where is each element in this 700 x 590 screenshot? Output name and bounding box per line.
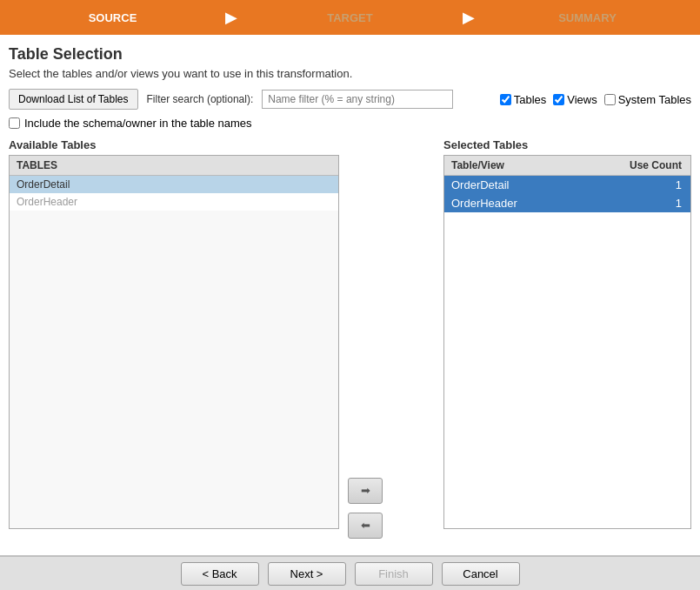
views-checkbox-text: Views [567, 93, 597, 106]
next-button[interactable]: Next > [268, 562, 346, 586]
tables-checkbox-label[interactable]: Tables [500, 93, 547, 106]
selected-tables-section: Selected Tables Table/View Use Count Ord… [443, 138, 691, 529]
step-summary: SUMMARY [475, 0, 700, 35]
arrow-1: ▶ [225, 0, 237, 35]
available-table-list: TABLES OrderDetail OrderHeader [9, 155, 339, 529]
arrow-2: ▶ [463, 0, 475, 35]
add-to-selected-button[interactable]: ➡ [348, 478, 383, 504]
page-subtitle: Select the tables and/or views you want … [9, 67, 691, 80]
system-tables-checkbox-text: System Tables [618, 93, 691, 106]
download-tables-button[interactable]: Download List of Tables [9, 89, 138, 110]
tables-checkbox[interactable] [500, 94, 511, 105]
system-tables-checkbox-label[interactable]: System Tables [604, 93, 691, 106]
filter-label: Filter search (optional): [147, 93, 254, 105]
schema-checkbox[interactable] [9, 117, 20, 129]
step-target-label: TARGET [327, 11, 372, 24]
system-tables-checkbox[interactable] [604, 94, 616, 105]
selected-row-name: OrderHeader [451, 197, 614, 210]
tables-area: Available Tables TABLES OrderDetail Orde… [9, 138, 691, 529]
selected-row[interactable]: OrderDetail 1 [444, 176, 690, 194]
cancel-button[interactable]: Cancel [442, 562, 520, 586]
table-row[interactable]: OrderDetail [10, 176, 338, 193]
selected-row-count: 1 [614, 197, 683, 210]
step-source: SOURCE [0, 0, 225, 35]
tables-checkbox-text: Tables [514, 93, 547, 106]
selected-table-list: Table/View Use Count OrderDetail 1 Order… [443, 155, 691, 529]
schema-checkbox-label[interactable]: Include the schema/owner in the table na… [9, 117, 691, 130]
selected-col-name: Table/View [444, 156, 621, 175]
left-arrow-icon: ⬅ [361, 519, 370, 532]
selected-title: Selected Tables [443, 138, 691, 151]
main-content: Table Selection Select the tables and/or… [0, 35, 700, 555]
step-source-label: SOURCE [89, 11, 137, 24]
table-row[interactable]: OrderHeader [10, 193, 338, 211]
filter-checkboxes: Tables Views System Tables [500, 93, 691, 106]
selected-row[interactable]: OrderHeader 1 [444, 194, 690, 212]
selected-table-header: Table/View Use Count [444, 156, 690, 176]
available-title: Available Tables [9, 138, 339, 151]
schema-checkbox-text: Include the schema/owner in the table na… [24, 117, 252, 130]
selected-row-count: 1 [614, 178, 683, 191]
transfer-arrows: ➡ ⬅ [339, 312, 391, 590]
page-title: Table Selection [9, 45, 691, 64]
wizard-header: SOURCE ▶ TARGET ▶ SUMMARY [0, 0, 700, 35]
remove-from-selected-button[interactable]: ⬅ [348, 513, 383, 539]
available-tables-section: Available Tables TABLES OrderDetail Orde… [9, 138, 339, 529]
step-summary-label: SUMMARY [558, 11, 617, 24]
toolbar: Download List of Tables Filter search (o… [9, 89, 691, 110]
schema-row: Include the schema/owner in the table na… [9, 117, 691, 130]
selected-col-count: Use Count [621, 156, 690, 175]
views-checkbox[interactable] [553, 94, 564, 105]
back-button[interactable]: < Back [181, 562, 259, 586]
available-column-header: TABLES [10, 156, 338, 176]
views-checkbox-label[interactable]: Views [553, 93, 597, 106]
filter-input[interactable] [262, 90, 453, 109]
selected-row-name: OrderDetail [451, 178, 614, 191]
step-target: TARGET [237, 0, 463, 35]
right-arrow-icon: ➡ [361, 484, 370, 497]
